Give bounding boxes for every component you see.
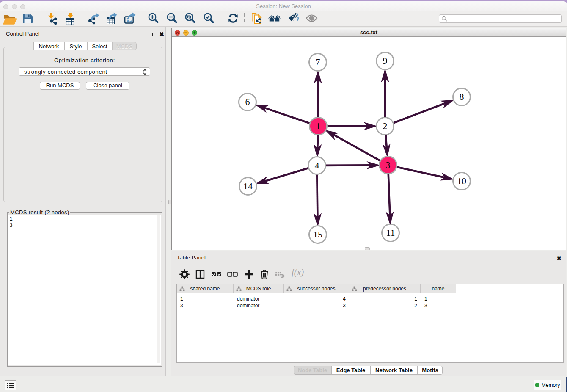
svg-text:10: 10 bbox=[457, 176, 466, 186]
svg-text:11: 11 bbox=[386, 227, 395, 238]
svg-text:7: 7 bbox=[316, 57, 320, 67]
svg-text:9: 9 bbox=[383, 55, 388, 66]
svg-text:8: 8 bbox=[460, 91, 464, 102]
svg-text:15: 15 bbox=[313, 229, 322, 240]
svg-text:3: 3 bbox=[386, 160, 391, 170]
svg-text:f(x): f(x) bbox=[292, 267, 304, 277]
svg-text:1: 1 bbox=[316, 121, 321, 131]
svg-text:2: 2 bbox=[383, 121, 388, 131]
svg-text:14: 14 bbox=[243, 181, 253, 191]
svg-text:6: 6 bbox=[245, 97, 250, 107]
svg-text:4: 4 bbox=[315, 160, 319, 171]
